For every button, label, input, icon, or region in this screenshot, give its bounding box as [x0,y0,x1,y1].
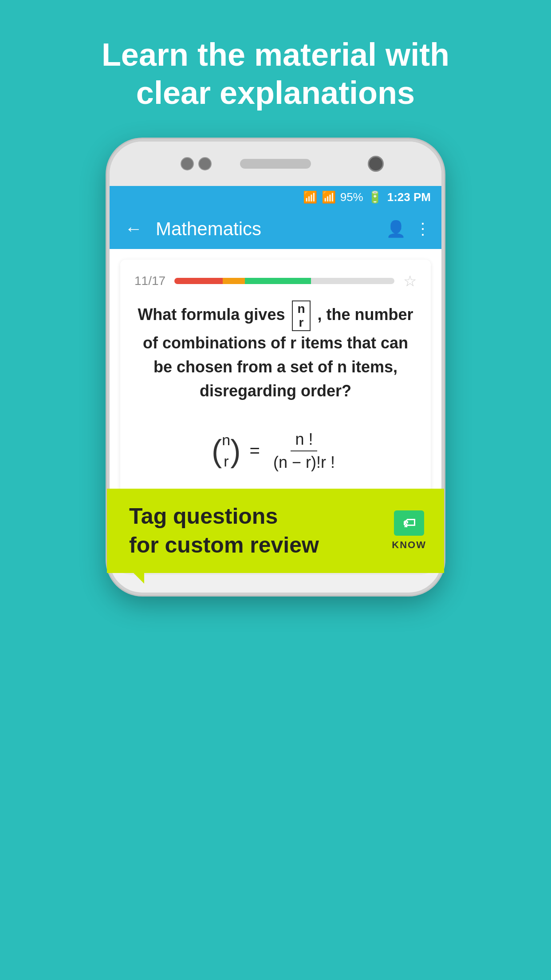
notation-r: r [299,316,304,330]
progress-remaining [311,278,394,284]
card-header: 11/17 ☆ [134,272,417,290]
signal-icon: 📶 [322,190,336,204]
progress-red [174,278,223,284]
denominator: (n − r)!r ! [269,451,339,472]
volume-down-button[interactable] [107,310,108,346]
question-text-before: What formula gives [138,305,285,324]
phone-top-bezel [110,142,441,186]
paren-left: ( [212,435,222,466]
know-side: 🏷 KNOW [374,489,444,573]
formula-r: r [224,451,228,472]
status-time: 1:23 PM [387,190,431,204]
headline: Learn the material with clear explanatio… [66,36,485,112]
power-button[interactable] [443,288,444,341]
equals: = [250,441,260,461]
notation-n: n [297,302,305,316]
front-camera [181,157,194,170]
app-bar: ← Mathematics 👤 ⋮ [110,209,441,249]
volume-up-button[interactable] [107,266,108,301]
app-bar-actions: 👤 ⋮ [386,220,431,238]
app-bar-title: Mathematics [156,218,377,240]
paren-right: ) [230,435,240,466]
flashcard: 11/17 ☆ What formula gives n r [120,260,431,498]
know-text-bottom: KNOW [392,539,426,551]
banner-text-area: Tag questions for custom review [107,489,374,573]
back-button[interactable]: ← [120,214,147,243]
know-tag-bottom[interactable]: 🏷 [394,510,424,536]
battery-percent: 95% [340,190,363,204]
math-combination-notation: n r [292,300,310,332]
formula-display: ( n r ) = n ! (n − r)!r ! [134,421,417,485]
formula-n: n [222,430,230,451]
progress-label: 11/17 [134,274,165,288]
status-bar: 📶 📶 95% 🔋 1:23 PM [110,186,441,209]
sensor [198,157,212,170]
matrix-notation: n r [222,430,230,472]
phone-wrapper: 📶 📶 95% 🔋 1:23 PM ← Mathematics 👤 ⋮ [107,139,444,595]
progress-yellow [223,278,245,284]
progress-bar [174,278,394,284]
battery-icon: 🔋 [368,190,382,204]
progress-green [245,278,311,284]
fraction: n ! (n − r)!r ! [269,430,339,472]
wifi-icon: 📶 [303,190,317,204]
bottom-banner: Tag questions for custom review 🏷 KNOW [107,489,444,573]
status-icons: 📶 📶 95% 🔋 [303,190,382,204]
more-options-icon[interactable]: ⋮ [415,220,431,238]
profile-icon[interactable]: 👤 [386,220,406,238]
phone-speaker [240,159,311,169]
star-icon[interactable]: ☆ [403,272,417,290]
banner-pointer [134,573,144,584]
phone-dot-cluster [181,157,212,170]
banner-text: Tag questions for custom review [129,502,352,560]
numerator: n ! [291,430,317,451]
rear-camera [368,156,384,172]
question-area: What formula gives n r , the number of c… [134,300,417,403]
